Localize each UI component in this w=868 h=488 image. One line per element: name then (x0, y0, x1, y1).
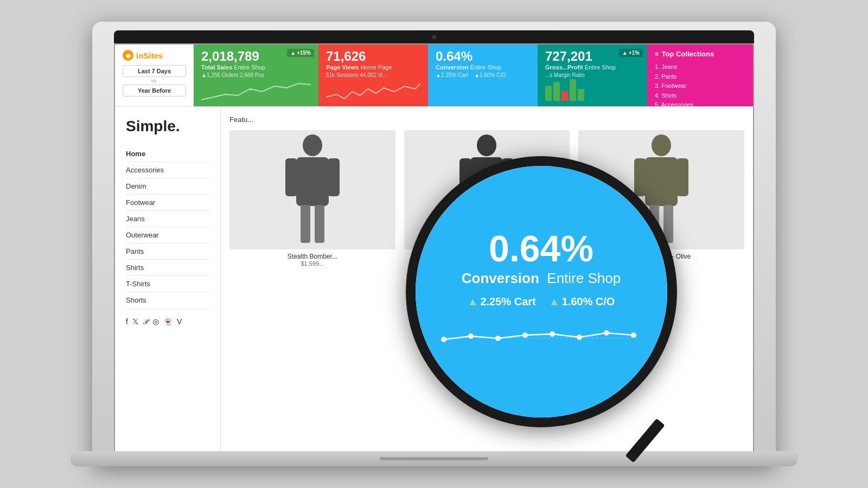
last-days-button[interactable]: Last 7 Days (123, 65, 186, 77)
year-before-button[interactable]: Year Before (123, 85, 186, 97)
svg-rect-3 (328, 158, 340, 196)
sales-value: 2,018,789 (201, 50, 259, 63)
nav-item-home[interactable]: Home (126, 146, 209, 162)
svg-rect-8 (459, 158, 471, 196)
collection-item-4: 4. Shirts (655, 91, 745, 101)
pinterest-icon[interactable]: 𝒫 (143, 317, 148, 326)
nav-item-pants[interactable]: Pants (126, 243, 209, 260)
right-content: Featu... (221, 107, 753, 465)
sales-badge: ▲+15% (287, 49, 314, 57)
views-subline: 51k Sessions 44,002 Vi... (326, 72, 420, 78)
vimeo-icon[interactable]: V (177, 317, 182, 326)
product-name-1: Stealth Bomber... (229, 253, 395, 260)
snapchat-icon[interactable]: 👻 (163, 317, 173, 326)
svg-point-20 (468, 333, 474, 339)
product-image-2 (404, 130, 570, 249)
conversion-value: 0.64% (436, 50, 530, 63)
nav-item-accessories[interactable]: Accessories (126, 162, 209, 178)
nav-item-jeans[interactable]: Jeans (126, 211, 209, 227)
product-image-1 (229, 130, 395, 249)
collection-item-1: 1. Jeans (655, 62, 745, 72)
twitter-icon[interactable]: 𝕏 (132, 317, 138, 326)
screen-content: ◉ inSites Last 7 Days vs. Year Before 2, (115, 44, 753, 465)
product-price-3: $999.95 (578, 260, 744, 267)
views-value: 71,626 (326, 50, 420, 63)
left-nav: Simple. Home Accessories Denim Footwear … (115, 107, 221, 465)
svg-rect-11 (489, 205, 499, 243)
site-tagline: Simple. (126, 118, 209, 135)
laptop-hinge (380, 457, 488, 460)
featured-label: Featu... (229, 115, 744, 124)
svg-point-0 (303, 134, 322, 156)
svg-point-24 (577, 335, 582, 340)
collections-title: ≡ Top Collections (655, 50, 745, 58)
bar-2 (553, 82, 560, 101)
sales-label: Total Sales Entire Shop (201, 64, 311, 70)
profit-bar-chart (545, 79, 584, 101)
profit-tile: 727,201 ▲+1% Gross...Profit Entire Shop … (538, 44, 647, 106)
logo-area: ◉ inSites (123, 50, 163, 61)
conversion-label: Conversion Entire Shop (436, 64, 530, 70)
svg-rect-14 (634, 158, 646, 196)
svg-rect-17 (663, 205, 673, 243)
social-icons: f 𝕏 𝒫 ◎ 👻 V (126, 317, 209, 326)
product-card-2[interactable] (404, 130, 570, 267)
views-label: Page Views Home Page (326, 64, 420, 70)
svg-point-23 (550, 331, 555, 337)
main-area: Simple. Home Accessories Denim Footwear … (115, 107, 753, 465)
date-selector: Last 7 Days vs. Year Before (123, 65, 186, 97)
product-price-1: $1,599... (229, 260, 395, 267)
conversion-subline: ▲2.25% Cart ▲1.60% C/O (436, 72, 530, 78)
nav-item-shorts[interactable]: Shorts (126, 292, 209, 309)
profit-value: 727,201 (545, 50, 592, 63)
product-card-1[interactable]: Stealth Bomber... $1,599... (229, 130, 395, 267)
top-bezel (114, 30, 754, 43)
views-chart (326, 78, 420, 102)
nav-item-tshirts[interactable]: T-Shirts (126, 276, 209, 292)
bar-4 (570, 79, 576, 101)
collection-item-3: 3. Footwear (655, 81, 745, 91)
svg-rect-4 (301, 205, 310, 243)
nav-item-denim[interactable]: Denim (126, 178, 209, 195)
svg-point-25 (604, 330, 609, 336)
collection-item-5: 5. Accessories (655, 100, 745, 106)
svg-rect-15 (676, 158, 688, 196)
sales-chart (201, 78, 311, 102)
date-vs-label: vs. (123, 78, 186, 84)
svg-point-21 (495, 336, 501, 341)
svg-rect-5 (315, 205, 324, 243)
instagram-icon[interactable]: ◎ (152, 317, 159, 326)
conversion-tile: 0.64% Conversion Entire Shop ▲2.25% Cart… (428, 44, 538, 106)
bar-3 (561, 91, 568, 101)
svg-point-26 (631, 332, 636, 338)
magnifier-co: ▲ 1.60% C/O (549, 296, 615, 308)
svg-point-6 (477, 134, 496, 156)
product-grid: Stealth Bomber... $1,599... (229, 130, 744, 267)
svg-rect-1 (296, 157, 329, 206)
svg-rect-13 (645, 157, 678, 206)
laptop-shell: ◉ inSites Last 7 Days vs. Year Before 2, (92, 22, 776, 466)
product-image-3 (578, 130, 744, 249)
nav-item-footwear[interactable]: Footwear (126, 195, 209, 211)
product-card-3[interactable]: Storm Jacket - Olive $999.95 (578, 130, 744, 267)
svg-rect-9 (502, 158, 514, 196)
nav-item-outerwear[interactable]: Outerwear (126, 227, 209, 243)
logo-icon: ◉ (123, 50, 133, 61)
sales-tile: 2,018,789 ▲+15% Total Sales Entire Shop … (194, 44, 318, 106)
profit-subline: ...s Margin Ratio (545, 72, 640, 78)
camera-dot (432, 35, 436, 39)
collections-list: 1. Jeans 2. Pants 3. Footwear 4. Shirts … (655, 62, 745, 106)
logo-tile: ◉ inSites Last 7 Days vs. Year Before (115, 44, 194, 106)
svg-point-19 (441, 337, 446, 342)
collection-item-2: 2. Pants (655, 72, 745, 82)
facebook-icon[interactable]: f (126, 317, 128, 326)
collections-tile: ≡ Top Collections 1. Jeans 2. Pants 3. F… (647, 44, 753, 106)
svg-rect-16 (649, 205, 659, 243)
profit-badge: ▲+1% (619, 49, 643, 57)
logo-name: inSites (136, 51, 163, 60)
svg-point-22 (522, 332, 528, 338)
analytics-bar: ◉ inSites Last 7 Days vs. Year Before 2, (115, 44, 753, 107)
svg-rect-10 (475, 205, 484, 243)
svg-rect-7 (470, 157, 503, 206)
nav-item-shirts[interactable]: Shirts (126, 260, 209, 276)
